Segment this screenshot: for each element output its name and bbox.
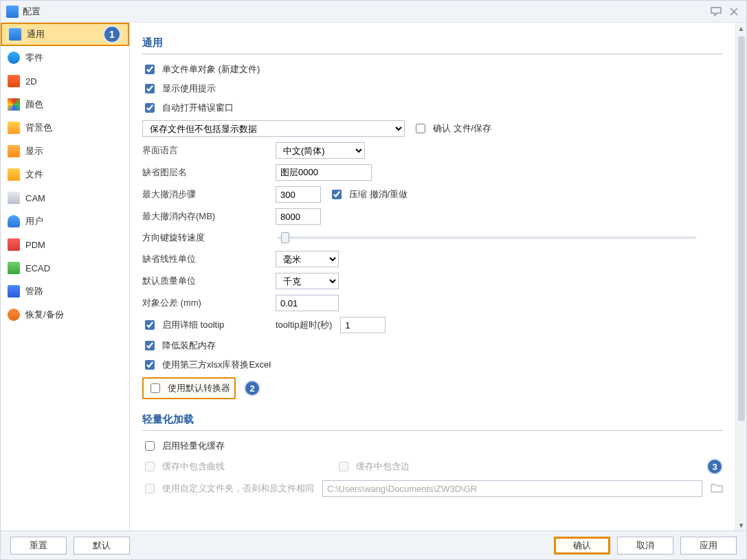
sidebar-item-label: 管路 [25,285,43,298]
app-icon [6,5,19,18]
sidebar-item-restore[interactable]: 恢复/备份 [1,303,129,326]
feedback-icon[interactable] [709,5,723,19]
ecad-icon [8,262,20,274]
chk-tooltip[interactable]: 启用详细 tooltip [142,318,267,332]
display-icon [8,145,20,157]
chk-single-file[interactable]: 单文件单对象 (新建文件) [142,63,260,76]
apply-button[interactable]: 应用 [680,537,737,555]
pdm-icon [8,238,20,251]
sidebar-item-color[interactable]: 颜色 [1,93,129,116]
config-dialog: 配置 通用 1 零件 2D 颜色 背景色 显示 文件 CAM 用户 PDM EC… [0,0,747,560]
undo-steps-input[interactable] [276,186,321,203]
chk-lw-edges[interactable]: 缓存中包含边 [336,460,410,473]
chk-xlsx[interactable]: 使用第三方xlsx库替换Excel [142,358,271,372]
lw-path-input[interactable] [322,480,702,497]
linear-unit-select[interactable]: 毫米 [276,251,339,267]
sidebar: 通用 1 零件 2D 颜色 背景色 显示 文件 CAM 用户 PDM ECAD … [1,23,130,530]
mass-unit-select[interactable]: 千克 [276,273,339,289]
sidebar-item-pipe[interactable]: 管路 [1,280,129,303]
cam-icon [8,192,20,204]
callout-3: 3 [706,458,723,475]
titlebar: 配置 [1,1,746,23]
lbl-undo-steps: 最大撤消步骤 [142,188,267,201]
sidebar-item-2d[interactable]: 2D [1,69,129,93]
lbl-tooltip-timeout: tooltip超时(秒) [276,319,332,331]
ok-button[interactable]: 确认 [554,537,610,555]
reset-button[interactable]: 重置 [10,537,67,555]
scroll-down-arrow[interactable]: ▼ [736,519,746,530]
sidebar-item-label: 颜色 [25,98,43,111]
vertical-scrollbar[interactable]: ▲ ▼ [735,23,746,530]
sidebar-item-label: CAM [25,193,45,203]
sidebar-item-cam[interactable]: CAM [1,186,129,210]
lbl-mass-unit: 默认质量单位 [142,275,267,287]
tooltip-timeout-input[interactable] [340,317,386,333]
body: 通用 1 零件 2D 颜色 背景色 显示 文件 CAM 用户 PDM ECAD … [1,23,746,530]
footer: 重置 默认 确认 取消 应用 [1,530,746,559]
browse-folder-icon[interactable] [711,482,723,495]
sidebar-item-pdm[interactable]: PDM [1,233,129,256]
sidebar-item-label: 零件 [25,52,43,64]
language-select[interactable]: 中文(简体) [276,142,365,159]
scroll-thumb[interactable] [738,36,745,421]
sidebar-item-file[interactable]: 文件 [1,163,129,186]
chk-default-converter[interactable]: 使用默认转换器 [148,381,230,395]
chk-reduce-mem[interactable]: 降低装配内存 [142,339,216,352]
lbl-linear-unit: 缺省线性单位 [142,253,267,265]
pipe-icon [8,285,20,298]
rotate-speed-slider[interactable] [277,236,696,239]
chk-lw-custom-folder[interactable]: 使用自定义文件夹，否则和原文件相同 [142,482,314,495]
sidebar-item-ecad[interactable]: ECAD [1,256,129,280]
general-icon [9,28,21,41]
sidebar-item-label: PDM [25,240,45,250]
slider-thumb[interactable] [281,232,289,243]
layer-name-input[interactable] [276,164,372,181]
file-icon [8,168,20,181]
close-icon[interactable] [727,5,741,19]
lbl-tolerance: 对象公差 (mm) [142,297,267,309]
2d-icon [8,75,20,87]
callout-2: 2 [244,380,260,396]
callout-1: 1 [103,25,121,43]
sidebar-item-bgcolor[interactable]: 背景色 [1,116,129,139]
chk-compress-undo[interactable]: 压缩 撤消/重做 [329,188,408,201]
tolerance-input[interactable] [276,295,339,311]
sidebar-item-label: 恢复/备份 [25,309,64,321]
highlight-default-converter: 使用默认转换器 [142,377,236,399]
lbl-rotate-speed: 方向键旋转速度 [142,232,267,244]
lbl-layer: 缺省图层名 [142,166,267,179]
restore-icon [8,309,20,321]
sidebar-item-part[interactable]: 零件 [1,46,129,69]
part-icon [8,52,20,64]
scroll-up-arrow[interactable]: ▲ [736,23,746,34]
sidebar-item-label: 用户 [25,215,43,227]
sidebar-item-label: ECAD [25,263,50,273]
sidebar-item-display[interactable]: 显示 [1,139,129,163]
sidebar-item-general[interactable]: 通用 1 [1,23,129,46]
sidebar-item-label: 文件 [25,168,43,181]
sidebar-item-user[interactable]: 用户 [1,210,129,233]
cancel-button[interactable]: 取消 [617,537,673,555]
sidebar-item-label: 背景色 [25,122,52,134]
undo-mem-input[interactable] [276,208,321,225]
user-icon [8,215,20,227]
chk-lw-enable[interactable]: 启用轻量化缓存 [142,439,225,453]
chk-show-hint[interactable]: 显示使用提示 [142,82,216,96]
save-mode-select[interactable]: 保存文件但不包括显示数据 [142,120,405,137]
chk-confirm-save[interactable]: 确认 文件/保存 [413,122,491,135]
section-lightweight-title: 轻量化加载 [142,409,723,431]
lbl-language: 界面语言 [142,144,267,157]
chk-auto-error[interactable]: 自动打开错误窗口 [142,101,234,115]
chk-lw-curves[interactable]: 缓存中包含曲线 [142,460,328,473]
bgcolor-icon [8,122,20,134]
sidebar-item-label: 2D [25,76,37,87]
color-icon [8,98,20,111]
sidebar-item-label: 通用 [27,28,45,41]
defaults-button[interactable]: 默认 [74,537,130,555]
section-general-title: 通用 [142,32,723,54]
lbl-undo-mem: 最大撤消内存(MB) [142,210,267,223]
window-title: 配置 [23,5,705,18]
main-wrap: 通用 单文件单对象 (新建文件) 显示使用提示 自动打开错误窗口 保存文件但不包… [130,23,746,530]
main-panel: 通用 单文件单对象 (新建文件) 显示使用提示 自动打开错误窗口 保存文件但不包… [130,23,735,530]
sidebar-item-label: 显示 [25,145,43,157]
